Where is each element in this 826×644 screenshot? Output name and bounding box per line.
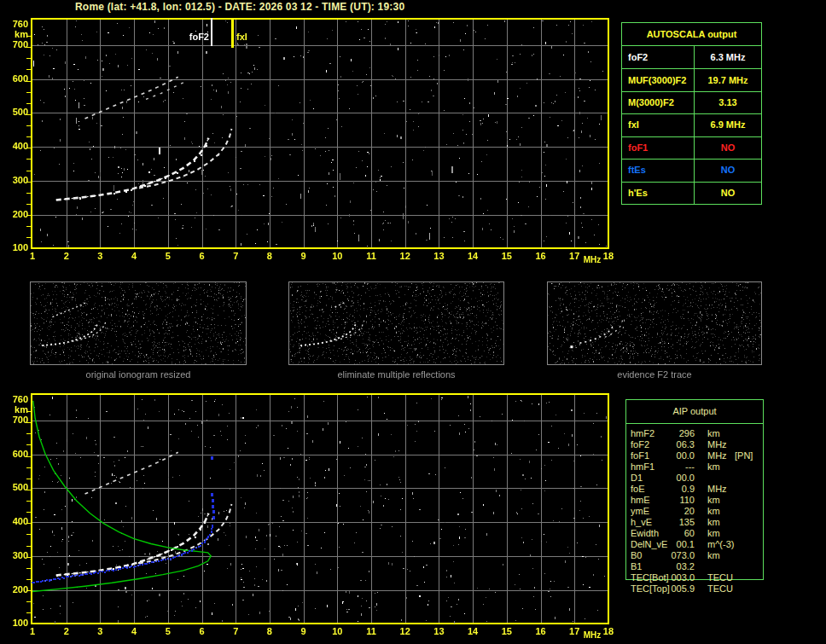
- row-value: NO: [695, 136, 761, 159]
- aip-label: foF1: [631, 450, 649, 461]
- aip-row-5: foE0.9MHz: [626, 484, 763, 495]
- aip-label: B1: [631, 561, 642, 571]
- x-tick-label-top: 6: [193, 251, 212, 261]
- x-axis-unit-bottom: MHz: [581, 630, 603, 640]
- y-axis-unit-bottom: km: [1, 404, 28, 415]
- aip-row-12: B103.2: [626, 561, 763, 572]
- x-tick-label-top: 15: [497, 251, 516, 261]
- y-tick-label-bottom: 200: [1, 584, 28, 595]
- aip-label: hmE: [631, 495, 650, 505]
- x-tick-label-bottom: 4: [125, 626, 143, 636]
- x-tick-label-bottom: 14: [463, 626, 482, 636]
- aip-unit: km: [707, 528, 720, 538]
- aip-value: 00.1: [655, 539, 695, 549]
- y-tick-label-top: 500: [1, 107, 28, 117]
- x-tick-label-top: 4: [125, 251, 143, 261]
- y-tick-label-bottom: 300: [1, 550, 28, 560]
- aip-row-8: h_vE135km: [626, 517, 763, 528]
- x-tick-label-bottom: 11: [362, 626, 381, 636]
- y-tick-label-bottom: 700: [1, 415, 28, 425]
- aip-row-11: B0073.0km: [626, 550, 763, 561]
- aip-label: ymE: [631, 506, 649, 516]
- aip-label: hmF1: [631, 461, 654, 472]
- aip-row-3: hmF1---km: [626, 461, 763, 473]
- aip-value: 296: [655, 428, 695, 438]
- row-value: 6.3 MHz: [695, 46, 761, 68]
- x-tick-label-bottom: 8: [260, 626, 279, 636]
- panel-original-ionogram-canvas: [30, 281, 247, 365]
- aip-row-2: foF100.0MHz[PN]: [626, 450, 763, 461]
- y-tick-label-bottom: 760: [1, 394, 28, 404]
- bottom-ionogram-canvas: [0, 375, 618, 633]
- panel-eliminate-reflections-canvas: [288, 281, 504, 365]
- aip-unit: m^(-3): [707, 539, 734, 549]
- aip-value: 20: [655, 506, 695, 516]
- aip-unit: TECU: [707, 583, 733, 594]
- y-tick-label-top: 300: [1, 175, 28, 185]
- aip-unit: km: [707, 461, 720, 472]
- row-label: h'Es: [628, 182, 648, 204]
- aip-header-divider: [626, 423, 763, 424]
- x-tick-label-top: 2: [57, 251, 76, 261]
- y-tick-label-top: 400: [1, 141, 28, 151]
- x-tick-label-top: 11: [362, 251, 381, 261]
- aip-row-6: hmE110km: [626, 495, 763, 506]
- autoscala-row-1: MUF(3000)F219.7 MHz: [622, 68, 761, 91]
- aip-value: 073.0: [655, 550, 695, 560]
- aip-table-title: AIP output: [626, 406, 763, 416]
- x-tick-label-bottom: 2: [57, 626, 76, 636]
- row-value: 3.13: [695, 91, 761, 113]
- aip-value: 003.0: [655, 572, 695, 583]
- aip-label: foF2: [631, 439, 649, 450]
- aip-value: 110: [655, 495, 695, 505]
- fxi-marker-label: fxI: [236, 32, 247, 42]
- aip-unit: km: [707, 428, 720, 438]
- row-value: NO: [695, 182, 761, 204]
- aip-label: hmF2: [631, 428, 654, 438]
- row-label: ftEs: [628, 159, 646, 181]
- row-value: 6.9 MHz: [695, 113, 761, 136]
- aip-value: 06.3: [655, 439, 695, 450]
- aip-value: 005.9: [655, 583, 695, 594]
- x-tick-label-bottom: 7: [226, 626, 245, 636]
- autoscala-row-0: foF26.3 MHz: [622, 46, 761, 69]
- aip-label: B0: [631, 550, 642, 560]
- x-tick-label-top: 16: [532, 251, 550, 261]
- x-tick-label-bottom: 5: [159, 626, 177, 636]
- autoscala-row-5: ftEsNO: [622, 159, 761, 182]
- aip-row-10: DelN_vE00.1m^(-3): [626, 539, 763, 550]
- x-tick-label-top: 12: [396, 251, 415, 261]
- x-tick-label-top: 1: [23, 251, 42, 261]
- aip-row-4: D100.0: [626, 473, 763, 484]
- aip-unit: MHz: [707, 439, 727, 450]
- aip-unit: km: [707, 550, 720, 560]
- panel-caption-evidence: evidence F2 trace: [547, 369, 762, 380]
- aip-unit: km: [707, 517, 720, 527]
- x-tick-label-top: 14: [463, 251, 482, 261]
- autoscala-row-6: h'EsNO: [622, 182, 761, 204]
- row-label: fxI: [628, 113, 639, 136]
- aip-extra: [PN]: [735, 450, 753, 461]
- aip-row-1: foF206.3MHz: [626, 439, 763, 450]
- x-tick-label-bottom: 16: [532, 626, 550, 636]
- row-label: foF2: [628, 46, 648, 68]
- aip-label: h_vE: [631, 517, 652, 527]
- aip-value: 135: [655, 517, 695, 527]
- aip-unit: TECU: [707, 572, 733, 583]
- x-tick-label-bottom: 6: [193, 626, 212, 636]
- y-tick-label-top: 700: [1, 39, 28, 49]
- y-tick-label-bottom: 400: [1, 516, 28, 526]
- aip-output-table: AIP output hmF2296kmfoF206.3MHzfoF100.0M…: [625, 399, 764, 580]
- fof2-marker-label: foF2: [173, 32, 209, 42]
- x-tick-label-bottom: 15: [497, 626, 516, 636]
- aip-value: 03.2: [655, 561, 695, 571]
- aip-row-9: Ewidth60km: [626, 528, 763, 539]
- x-tick-label-top: 7: [226, 251, 245, 261]
- row-value: NO: [695, 159, 761, 181]
- aip-unit: km: [707, 495, 720, 505]
- aip-value: 0.9: [655, 484, 695, 494]
- autoscala-table-title: AUTOSCALA output: [622, 23, 761, 46]
- x-tick-label-bottom: 3: [90, 626, 109, 636]
- x-tick-label-bottom: 9: [294, 626, 313, 636]
- aip-unit: km: [707, 506, 720, 516]
